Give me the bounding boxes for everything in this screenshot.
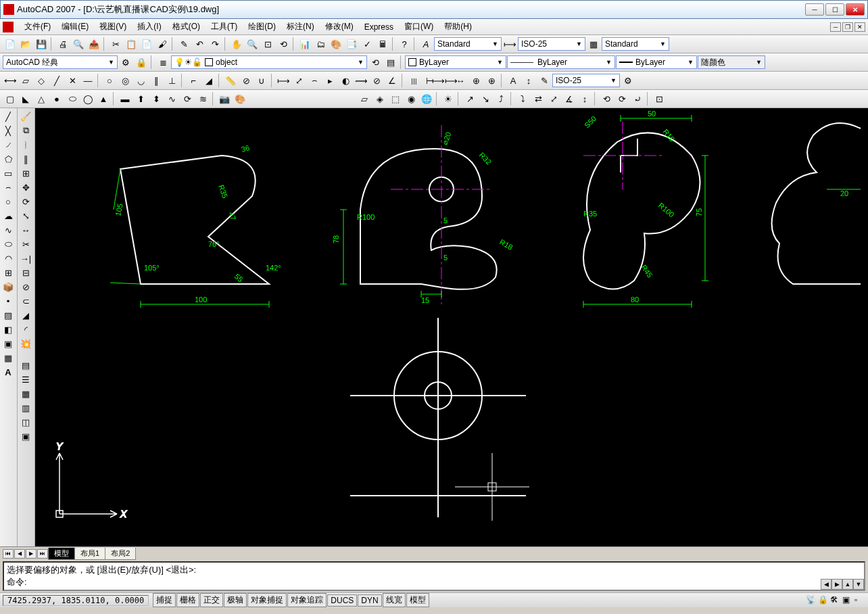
arc-icon[interactable]: ◡ <box>133 73 148 88</box>
polar-toggle[interactable]: 极轴 <box>224 593 247 607</box>
lineweight-combo[interactable]: ByLayer▼ <box>616 55 697 69</box>
cmd-scroll-down-icon[interactable]: ▼ <box>853 579 864 590</box>
menu-tools[interactable]: 工具(T) <box>206 20 243 34</box>
ray-icon[interactable]: — <box>80 73 95 88</box>
loft-icon[interactable]: ≋ <box>195 91 210 106</box>
break-tool-icon[interactable]: ⊘ <box>18 280 33 293</box>
inq11-icon[interactable]: ⤾ <box>630 91 645 106</box>
tab-first-icon[interactable]: ⏮ <box>3 549 14 559</box>
dimstyle-btn-icon[interactable]: ⚙ <box>621 73 635 88</box>
sphere-icon[interactable]: ● <box>49 91 64 106</box>
extrude-icon[interactable]: ⬆ <box>133 91 148 106</box>
tab-prev-icon[interactable]: ◀ <box>14 549 25 559</box>
render2-icon[interactable]: ☀ <box>441 91 456 106</box>
polygon-tool-icon[interactable]: ⬠ <box>1 152 16 166</box>
fillet-tool-icon[interactable]: ◜ <box>18 323 33 336</box>
inq5-icon[interactable]: ⇄ <box>531 91 546 106</box>
inq2-icon[interactable]: ↘ <box>478 91 493 106</box>
revcloud-tool-icon[interactable]: ☁ <box>1 209 16 222</box>
qdim-icon[interactable]: ⫼ <box>406 73 421 88</box>
dimjogged-icon[interactable]: ⟿ <box>354 73 368 88</box>
menu-file[interactable]: 文件(F) <box>19 20 56 34</box>
chamfer-icon[interactable]: ◢ <box>201 73 216 88</box>
dc-icon[interactable]: 🗂 <box>313 37 328 51</box>
arc-tool-icon[interactable]: ⌢ <box>1 181 16 194</box>
dimstyle-combo[interactable]: ISO-25▼ <box>518 37 585 51</box>
polysolid-icon[interactable]: ▬ <box>118 91 132 106</box>
tab-layout1[interactable]: 布局1 <box>74 548 105 560</box>
trim-tool-icon[interactable]: ✂ <box>18 237 33 251</box>
layer-state-icon[interactable]: ▤ <box>383 55 398 70</box>
dimedit-icon[interactable]: A <box>506 73 521 88</box>
chamfer-tool-icon[interactable]: ◢ <box>18 308 33 322</box>
spline-tool-icon[interactable]: ∿ <box>1 223 16 237</box>
render-icon[interactable]: 🎨 <box>233 91 247 106</box>
wedge-icon[interactable]: ◣ <box>18 91 33 106</box>
tolerance-icon[interactable]: ⊕ <box>468 73 483 88</box>
dimradius-icon[interactable]: ◐ <box>338 73 353 88</box>
table-tool-icon[interactable]: ▦ <box>1 351 16 364</box>
mirror-tool-icon[interactable]: ⧘ <box>18 138 33 151</box>
explode-tool-icon[interactable]: 💥 <box>18 337 33 350</box>
move-tool-icon[interactable]: ✥ <box>18 181 33 194</box>
tab-last-icon[interactable]: ⏭ <box>37 549 48 559</box>
menu-view[interactable]: 视图(V) <box>94 20 132 34</box>
menu-window[interactable]: 窗口(W) <box>399 20 439 34</box>
inq9-icon[interactable]: ⟲ <box>599 91 614 106</box>
menu-draw[interactable]: 绘图(D) <box>243 20 281 34</box>
distance-icon[interactable]: ⟷ <box>3 73 18 88</box>
inq7-icon[interactable]: ∡ <box>562 91 577 106</box>
ducs-toggle[interactable]: DUCS <box>327 594 357 607</box>
help-icon[interactable]: ? <box>397 37 412 51</box>
tab-next-icon[interactable]: ▶ <box>26 549 37 559</box>
tablestyle-icon[interactable]: ▦ <box>586 37 601 51</box>
point-tool-icon[interactable]: • <box>1 294 16 308</box>
mtext-tool-icon[interactable]: A <box>1 365 16 379</box>
layer-prev-icon[interactable]: ⟲ <box>368 55 383 70</box>
hatch-tool-icon[interactable]: ▨ <box>1 308 16 322</box>
inq4-icon[interactable]: ⤵ <box>515 91 530 106</box>
tab-layout2[interactable]: 布局2 <box>105 548 136 560</box>
otrack-toggle[interactable]: 对象追踪 <box>287 593 327 607</box>
sheetset-icon[interactable]: 📑 <box>344 37 359 51</box>
plot-icon[interactable]: 🖨 <box>55 37 70 51</box>
circle-tool-icon[interactable]: ○ <box>1 195 16 208</box>
dimlinear-icon[interactable]: ⟼ <box>276 73 291 88</box>
dyn-toggle[interactable]: DYN <box>358 594 381 607</box>
planar-icon[interactable]: ▱ <box>357 91 372 106</box>
save-icon[interactable]: 💾 <box>34 37 49 51</box>
et3-icon[interactable]: ▦ <box>18 387 33 400</box>
fillet-icon[interactable]: ⌐ <box>186 73 201 88</box>
app-menu-icon[interactable] <box>3 22 14 32</box>
3dsphere-icon[interactable]: ◉ <box>404 91 418 106</box>
grid-toggle[interactable]: 栅格 <box>176 593 199 607</box>
box-icon[interactable]: ▢ <box>3 91 18 106</box>
tray-comm-icon[interactable]: 📡 <box>806 595 817 606</box>
menu-insert[interactable]: 插入(I) <box>132 20 166 34</box>
offset-tool-icon[interactable]: ‖ <box>18 152 33 166</box>
copy-icon[interactable]: 📋 <box>124 37 139 51</box>
extend-tool-icon[interactable]: →| <box>18 252 33 265</box>
breakat-tool-icon[interactable]: ⊟ <box>18 266 33 279</box>
layer-manager-icon[interactable]: ≣ <box>155 55 170 70</box>
minimize-button[interactable]: ─ <box>805 3 824 16</box>
cylinder-icon[interactable]: ⬭ <box>65 91 80 106</box>
rectangle-tool-icon[interactable]: ▭ <box>1 166 16 180</box>
pyramid-icon[interactable]: ▲ <box>96 91 111 106</box>
donut-icon[interactable]: ◎ <box>118 73 132 88</box>
quickcalc-icon[interactable]: 🖩 <box>375 37 390 51</box>
textstyle-icon[interactable]: A <box>418 37 433 51</box>
offset-icon[interactable]: ‖ <box>149 73 164 88</box>
et4-icon[interactable]: ▥ <box>18 401 33 415</box>
dimaligned-icon[interactable]: ⤢ <box>291 73 306 88</box>
model-toggle[interactable]: 模型 <box>406 593 429 607</box>
drawing-canvas[interactable]: 100 105 105° 76° 55 142° 36 R35 47 78 R1… <box>35 108 868 546</box>
area-icon[interactable]: ▱ <box>18 73 33 88</box>
makeblock-tool-icon[interactable]: 📦 <box>1 280 16 293</box>
break-icon[interactable]: ⊘ <box>239 73 254 88</box>
snap-toggle[interactable]: 捕捉 <box>153 593 176 607</box>
et2-icon[interactable]: ☰ <box>18 373 33 386</box>
pan-icon[interactable]: ✋ <box>229 37 244 51</box>
line-icon[interactable]: ╱ <box>49 73 64 88</box>
tray-tool-icon[interactable]: 🛠 <box>830 595 841 606</box>
